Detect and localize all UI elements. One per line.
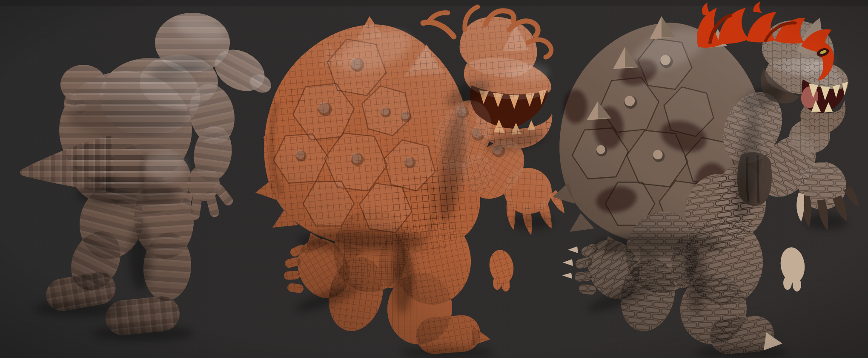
viewport-render [0,0,868,358]
sculpt-viewport[interactable] [0,0,868,358]
vignette-overlay [0,0,868,358]
